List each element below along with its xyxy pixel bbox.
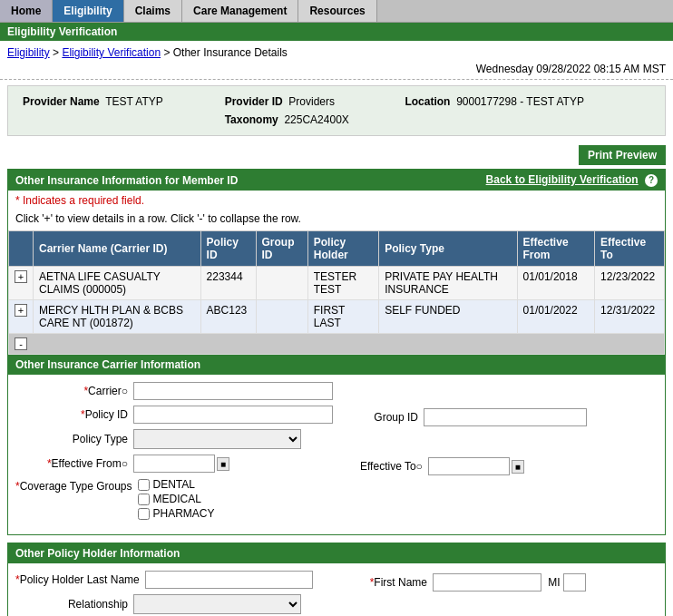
name-row: *Policy Holder Last Name *First Name MI	[15, 571, 658, 594]
col-effective-to: Effective To	[595, 231, 665, 267]
carrier-form: *Carrier○ *Policy ID Group ID	[8, 375, 665, 534]
relationship-label: Relationship	[15, 598, 133, 611]
carrier-label: *Carrier○	[15, 385, 133, 397]
policy-holder-header: Other Policy Holder Information	[8, 543, 665, 563]
nav-claims[interactable]: Claims	[124, 0, 182, 22]
effective-from-input[interactable]	[133, 455, 215, 473]
print-preview-row: Print Preview	[0, 142, 673, 169]
col-effective-from: Effective From	[517, 231, 595, 267]
carrier-input[interactable]	[133, 382, 333, 400]
effective-row: *Effective From○ ■ Effective To○ ■	[15, 455, 658, 478]
dental-checkbox[interactable]	[138, 479, 150, 491]
col-policy-id: Policy ID	[200, 231, 256, 267]
col-group-id: Group ID	[256, 231, 307, 267]
policy-holder-2: FIRST LAST	[307, 300, 378, 334]
effective-to-1: 12/23/2022	[595, 267, 665, 300]
table-row: + MERCY HLTH PLAN & BCBS CARE NT (001872…	[9, 300, 665, 334]
group-right: Group ID	[360, 406, 658, 429]
datetime-display: Wednesday 09/28/2022 08:15 AM MST	[0, 61, 673, 80]
col-policy-type: Policy Type	[379, 231, 517, 267]
first-name-label: *First Name	[360, 576, 433, 589]
mi-input[interactable]	[563, 573, 586, 592]
policy-id-form-label: *Policy ID	[15, 408, 133, 421]
group-id-1	[256, 267, 307, 300]
effective-to-form-label: Effective To○	[360, 460, 428, 473]
collapse-btn[interactable]: -	[15, 337, 27, 350]
col-policy-holder: Policy Holder	[307, 231, 378, 267]
back-to-eligibility-link[interactable]: Back to Eligibility Verification	[486, 173, 639, 186]
policy-holder-form: *Policy Holder Last Name *First Name MI …	[8, 563, 665, 616]
other-insurance-title: Other Insurance Information for Member I…	[15, 174, 238, 187]
last-name-input[interactable]	[145, 571, 313, 589]
effective-from-calendar[interactable]: ■	[217, 457, 229, 471]
effective-from-1: 01/01/2018	[517, 267, 595, 300]
pharmacy-checkbox[interactable]	[138, 508, 150, 520]
provider-id-value: Providers	[288, 95, 335, 108]
carrier-info-header: Other Insurance Carrier Information	[8, 355, 665, 375]
policy-type-form-label: Policy Type	[15, 433, 133, 445]
nav-eligibility[interactable]: Eligibility	[53, 0, 123, 22]
effective-to-2: 12/31/2022	[595, 300, 665, 334]
coverage-dental[interactable]: DENTAL	[138, 478, 215, 491]
last-name-label: *Policy Holder Last Name	[15, 573, 145, 586]
provider-name-value: TEST ATYP	[105, 95, 163, 108]
effective-from-form-label: *Effective From○	[15, 457, 133, 470]
relationship-select[interactable]: Self Spouse Child Other	[133, 594, 301, 614]
table-row: + AETNA LIFE CASUALTY CLAIMS (000005) 22…	[9, 267, 665, 300]
carrier-2: MERCY HLTH PLAN & BCBS CARE NT (001872)	[34, 300, 201, 334]
policy-holder-title: Other Policy Holder Information	[15, 547, 180, 560]
provider-location-value: 9000177298 - TEST ATYP	[456, 95, 584, 108]
policy-left: *Policy ID	[15, 406, 360, 429]
breadcrumb: Eligibility > Eligibility Verification >…	[0, 41, 673, 61]
breadcrumb-eligibility-verification[interactable]: Eligibility Verification	[62, 46, 161, 59]
coverage-medical[interactable]: MEDICAL	[138, 493, 215, 505]
policy-type-1: PRIVATE PAY HEALTH INSURANCE	[379, 267, 517, 300]
policy-holder-section: Other Policy Holder Information *Policy …	[7, 543, 666, 616]
coverage-pharmacy[interactable]: PHARMACY	[138, 507, 215, 520]
eff-to-right: Effective To○ ■	[360, 455, 658, 478]
top-nav: Home Eligibility Claims Care Management …	[0, 0, 673, 23]
policy-type-row: Policy Type PRIVATE PAY HEALTH INSURANCE…	[15, 429, 658, 449]
provider-taxonomy-label: Taxonomy	[225, 113, 278, 126]
carrier-info-title: Other Insurance Carrier Information	[15, 358, 200, 371]
nav-home[interactable]: Home	[0, 0, 53, 22]
insurance-table: Carrier Name (Carrier ID) Policy ID Grou…	[8, 230, 665, 355]
relationship-row: Relationship Self Spouse Child Other	[15, 594, 658, 614]
mi-label: MI	[548, 576, 560, 589]
coverage-type-row: *Coverage Type Groups DENTAL MEDICAL PHA…	[15, 478, 658, 522]
policy-id-input[interactable]	[133, 406, 333, 424]
group-id-form-label: Group ID	[360, 411, 424, 424]
medical-checkbox[interactable]	[138, 494, 150, 505]
policy-id-2: ABC123	[200, 300, 256, 334]
provider-id-label: Provider ID	[225, 95, 283, 108]
effective-to-input[interactable]	[428, 457, 510, 475]
policy-holder-1: TESTER TEST	[307, 267, 378, 300]
effective-to-calendar[interactable]: ■	[512, 460, 524, 474]
group-id-input[interactable]	[424, 408, 587, 426]
other-insurance-section: Other Insurance Information for Member I…	[7, 169, 666, 535]
print-preview-button[interactable]: Print Preview	[579, 145, 666, 165]
group-id-2	[256, 300, 307, 334]
sub-header: Eligibility Verification	[0, 23, 673, 41]
row-expand-btn-2[interactable]: +	[15, 304, 27, 317]
carrier-group-row: *Carrier○	[15, 382, 658, 406]
required-note: * Indicates a required field.	[8, 191, 665, 210]
policy-id-1: 223344	[200, 267, 256, 300]
carrier-left: *Carrier○	[15, 382, 360, 406]
other-insurance-header: Other Insurance Information for Member I…	[8, 170, 665, 191]
effective-from-2: 01/01/2022	[517, 300, 595, 334]
table-expand-col	[9, 231, 34, 267]
policy-group-row: *Policy ID Group ID	[15, 406, 658, 429]
first-name-input[interactable]	[433, 573, 541, 592]
eff-from-left: *Effective From○ ■	[15, 455, 360, 478]
provider-location-label: Location	[405, 95, 450, 108]
row-expand-btn-1[interactable]: +	[15, 270, 27, 283]
nav-care-management[interactable]: Care Management	[182, 0, 298, 22]
coverage-type-label: *Coverage Type Groups	[15, 478, 138, 493]
nav-resources[interactable]: Resources	[298, 0, 376, 22]
provider-name-label: Provider Name	[23, 95, 100, 108]
carrier-1: AETNA LIFE CASUALTY CLAIMS (000005)	[34, 267, 201, 300]
breadcrumb-eligibility[interactable]: Eligibility	[7, 46, 50, 59]
help-icon[interactable]: ?	[645, 174, 658, 187]
policy-type-select[interactable]: PRIVATE PAY HEALTH INSURANCE SELF FUNDED…	[133, 429, 301, 449]
